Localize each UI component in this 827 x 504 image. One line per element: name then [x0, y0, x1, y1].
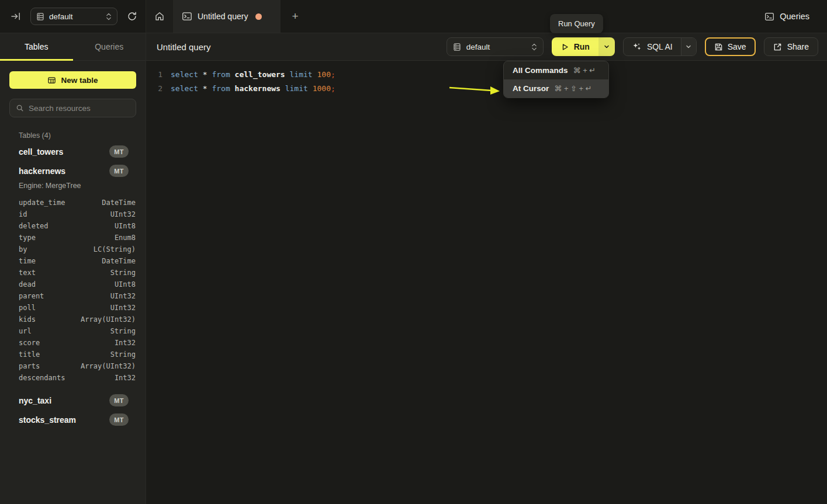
code-line[interactable]: 1select * from cell_towers limit 100; — [146, 68, 827, 82]
table-columns: update_timeDateTimeidUInt32deletedUInt8t… — [0, 197, 146, 384]
sidebar-tab-tables[interactable]: Tables — [0, 33, 73, 60]
topbar-database-select[interactable]: default — [30, 8, 117, 25]
toolbar-controls: default Run — [447, 37, 818, 56]
run-label: Run — [574, 42, 590, 51]
code-lines: 1select * from cell_towers limit 100;2se… — [146, 68, 827, 96]
home-button[interactable] — [146, 0, 174, 33]
table-row[interactable]: stocks_streamMT — [19, 410, 129, 429]
column-type: LC(String) — [94, 245, 136, 253]
query-toolbar: Untitled query default — [146, 33, 827, 61]
sidebar: Tables Queries New table Tables (4) cell… — [0, 33, 146, 504]
column-row: idUInt32 — [19, 208, 136, 220]
new-tab-button[interactable]: + — [281, 0, 310, 33]
tooltip-text: Run Query — [558, 19, 595, 28]
run-split-button: Run — [552, 37, 615, 56]
column-row: scoreInt32 — [19, 337, 136, 349]
search-input[interactable] — [29, 104, 130, 113]
table-row[interactable]: hackernewsMT — [19, 161, 129, 180]
tab-untitled-query[interactable]: Untitled query — [174, 0, 281, 33]
table-name: nyc_taxi — [19, 396, 51, 405]
token: select — [171, 84, 203, 93]
search-icon — [16, 104, 24, 112]
engine-badge: MT — [109, 394, 129, 406]
run-menu-item[interactable]: At Cursor⌘ + ⇧ + ↵ — [504, 79, 608, 98]
menu-item-shortcut: ⌘ + ⇧ + ↵ — [554, 84, 591, 93]
token: * — [203, 84, 212, 93]
column-row: deadUInt8 — [19, 279, 136, 290]
new-table-button[interactable]: New table — [9, 71, 136, 89]
sql-ai-options-button[interactable] — [681, 38, 696, 55]
main-panel: Untitled query default — [146, 33, 827, 504]
sql-console-app: default — [0, 0, 827, 504]
share-label: Share — [787, 42, 809, 51]
column-row: urlString — [19, 325, 136, 337]
play-icon — [560, 43, 569, 51]
collapse-sidebar-icon[interactable] — [11, 11, 21, 22]
column-type: UInt8 — [115, 280, 136, 289]
query-title: Untitled query — [157, 42, 211, 52]
save-label: Save — [728, 42, 746, 51]
chevron-down-icon — [685, 43, 692, 50]
topbar-left: default — [0, 0, 146, 33]
refresh-icon[interactable] — [127, 11, 137, 22]
column-type: UInt32 — [110, 210, 136, 218]
queries-button[interactable]: Queries — [760, 8, 814, 25]
token: from — [212, 70, 234, 79]
unsaved-dot — [255, 13, 262, 20]
sparkles-icon — [632, 42, 642, 52]
line-number: 1 — [146, 68, 162, 82]
column-name: poll — [19, 304, 36, 312]
column-type: Int32 — [115, 374, 136, 382]
sql-editor[interactable]: 1select * from cell_towers limit 100;2se… — [146, 61, 827, 96]
column-name: score — [19, 339, 40, 347]
column-name: parent — [19, 292, 44, 300]
token: * — [203, 70, 212, 79]
column-name: parts — [19, 362, 40, 370]
column-name: time — [19, 257, 36, 265]
share-button[interactable]: Share — [764, 37, 818, 56]
token: limit — [285, 84, 313, 93]
column-type: Int32 — [115, 339, 136, 347]
column-row: update_timeDateTime — [19, 197, 136, 208]
code-text: select * from cell_towers limit 100; — [171, 68, 335, 82]
column-row: pollUInt32 — [19, 302, 136, 314]
code-text: select * from hackernews limit 1000; — [171, 82, 335, 96]
sidebar-tabs: Tables Queries — [0, 33, 146, 61]
query-database-select[interactable]: default — [447, 37, 544, 56]
column-row: parentUInt32 — [19, 290, 136, 302]
line-number: 2 — [146, 82, 162, 96]
column-row: partsArray(UInt32) — [19, 360, 136, 372]
column-type: String — [110, 350, 136, 359]
table-row[interactable]: nyc_taxiMT — [19, 391, 129, 410]
sidebar-tab-queries[interactable]: Queries — [73, 33, 146, 60]
column-row: titleString — [19, 349, 136, 360]
search-box — [9, 99, 136, 117]
topbar-right: Queries — [760, 0, 827, 33]
new-table-label: New table — [61, 76, 98, 85]
topbar-database-value: default — [49, 12, 73, 21]
run-options-button[interactable] — [598, 37, 615, 56]
code-line[interactable]: 2select * from hackernews limit 1000; — [146, 82, 827, 96]
engine-badge: MT — [109, 413, 129, 426]
column-name: text — [19, 269, 36, 277]
database-icon — [453, 43, 461, 51]
token: cell_towers — [235, 70, 290, 79]
plus-icon: + — [292, 10, 298, 23]
sql-ai-split-button: SQL AI — [623, 37, 697, 56]
run-button[interactable]: Run — [552, 37, 598, 56]
chevrons-updown-icon — [531, 43, 537, 51]
queries-button-label: Queries — [780, 12, 809, 21]
home-icon — [154, 11, 165, 22]
column-name: descendants — [19, 374, 65, 382]
save-button[interactable]: Save — [705, 37, 756, 56]
terminal-icon — [764, 12, 774, 22]
table-row[interactable]: cell_towersMT — [19, 142, 129, 161]
column-row: textString — [19, 267, 136, 279]
run-menu: All Commands⌘ + ↵At Cursor⌘ + ⇧ + ↵ — [503, 61, 609, 98]
engine-badge: MT — [109, 145, 129, 158]
table-name: stocks_stream — [19, 415, 76, 425]
run-menu-item[interactable]: All Commands⌘ + ↵ — [504, 61, 608, 79]
external-link-icon — [773, 43, 782, 51]
sql-ai-button[interactable]: SQL AI — [624, 38, 681, 55]
chevrons-updown-icon — [106, 12, 112, 21]
